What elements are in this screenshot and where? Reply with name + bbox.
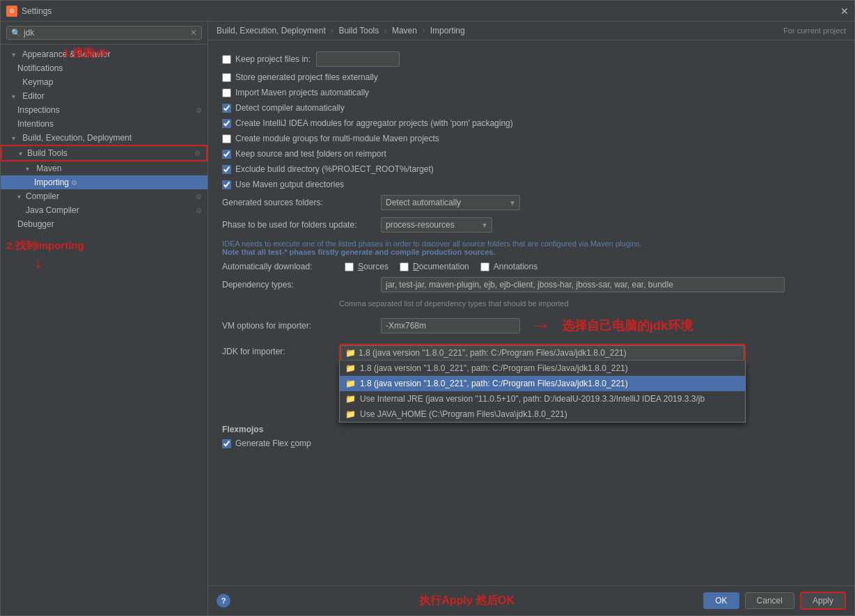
docs-label[interactable]: Documentation — [400, 262, 469, 271]
form-row-vm: VM options for importer: → 选择自己电脑的jdk环境 — [222, 315, 840, 337]
breadcrumb-bar: Build, Execution, Deployment › Build Too… — [208, 22, 854, 40]
detect-compiler-label[interactable]: Detect compiler automatically — [222, 103, 345, 113]
phase-select[interactable]: process-resources generate-sources none — [381, 217, 492, 232]
cancel-button[interactable]: Cancel — [745, 592, 794, 609]
sidebar-item-label: Compiler — [26, 191, 59, 201]
exclude-build-checkbox[interactable] — [222, 165, 231, 174]
sidebar-item-debugger[interactable]: Debugger — [1, 217, 207, 231]
search-clear-icon[interactable]: ✕ — [190, 28, 197, 38]
annotations-checkbox[interactable] — [480, 262, 489, 271]
use-output-text: Use Maven output directories — [235, 180, 344, 189]
keep-source-label[interactable]: Keep source and test folders on reimport — [222, 149, 386, 159]
phase-select-wrap: process-resources generate-sources none … — [381, 217, 492, 232]
form-row-generated-sources: Generated sources folders: Detect automa… — [222, 195, 840, 210]
sidebar-item-label: Keymap — [22, 77, 53, 87]
keep-source-text: Keep source and test folders on reimport — [235, 149, 386, 159]
info-text: IDEA needs to execute one of the listed … — [222, 239, 840, 256]
choose-jdk-arrow: → — [531, 315, 551, 337]
breadcrumb: Build, Execution, Deployment › Build Too… — [217, 26, 465, 35]
flexmojos-label: Flexmojos — [222, 425, 840, 434]
keep-source-checkbox[interactable] — [222, 150, 231, 159]
sources-checkbox[interactable] — [345, 262, 354, 271]
search-input-wrap[interactable]: 🔍 ✕ — [6, 26, 202, 40]
apply-button[interactable]: Apply — [800, 592, 846, 610]
breadcrumb-part3: Maven — [392, 26, 417, 35]
use-output-checkbox[interactable] — [222, 180, 231, 189]
setting-row-use-output: Use Maven output directories — [222, 180, 840, 189]
jdk-selected-text: 1.8 (java version "1.8.0_221", path: C:/… — [359, 348, 627, 358]
jdk-selected-item[interactable]: 📁 1.8 (java version "1.8.0_221", path: C… — [340, 345, 744, 361]
sidebar-item-label: Build, Execution, Deployment — [22, 133, 132, 143]
generate-flex-checkbox[interactable] — [222, 439, 231, 448]
sidebar-item-inspections[interactable]: Inspections ⚙ — [1, 103, 207, 117]
app-icon: ⚙ — [6, 6, 17, 17]
close-button[interactable]: ✕ — [840, 6, 849, 17]
sidebar-item-java-compiler[interactable]: Java Compiler ⚙ — [1, 203, 207, 217]
keep-project-input[interactable] — [316, 52, 400, 67]
store-external-checkbox[interactable] — [222, 73, 231, 82]
annotations-label[interactable]: Annotations — [480, 262, 538, 271]
sidebar-item-keymap[interactable]: ▸ Keymap — [1, 75, 207, 89]
sidebar-item-importing[interactable]: Importing ⚙ — [1, 175, 207, 189]
import-auto-label[interactable]: Import Maven projects automatically — [222, 88, 369, 97]
sidebar-item-label: Importing — [34, 177, 69, 187]
sidebar-item-editor[interactable]: ▾ Editor — [1, 89, 207, 103]
jdk-option-2[interactable]: 📁 1.8 (java version "1.8.0_221", path: C… — [340, 376, 745, 391]
main-content: 1.搜索jdk 🔍 ✕ ▾ Appearance & Behavior Noti… — [1, 22, 854, 615]
generated-sources-select[interactable]: Detect automatically Generated source ro… — [381, 195, 520, 210]
create-groups-checkbox[interactable] — [222, 134, 231, 143]
sidebar-item-maven[interactable]: ▾ Maven — [1, 161, 207, 175]
annotations-text: Annotations — [494, 262, 538, 271]
sidebar-item-intentions[interactable]: Intentions — [1, 117, 207, 131]
search-box: 🔍 ✕ — [1, 22, 207, 45]
keep-project-label[interactable]: Keep project files in: — [222, 54, 311, 64]
arrow-icon: ▾ — [17, 193, 26, 200]
search-icon: 🔍 — [11, 29, 21, 38]
search-input[interactable] — [24, 28, 190, 38]
sidebar-item-build-exec[interactable]: ▾ Build, Execution, Deployment — [1, 131, 207, 145]
settings-icon: ⚙ — [196, 207, 202, 214]
generated-sources-label: Generated sources folders: — [222, 198, 375, 207]
exclude-build-label[interactable]: Exclude build directory (%PROJECT_ROOT%/… — [222, 164, 434, 174]
dep-types-input[interactable] — [381, 277, 785, 292]
sidebar-item-build-tools[interactable]: ▾ Build Tools ⚙ — [1, 145, 207, 161]
form-row-phase: Phase to be used for folders update: pro… — [222, 217, 840, 232]
use-output-label[interactable]: Use Maven output directories — [222, 180, 344, 189]
jdk-option-4[interactable]: 📁 Use JAVA_HOME (C:\Program Files\Java\j… — [340, 406, 745, 422]
ok-button[interactable]: OK — [703, 592, 739, 609]
breadcrumb-sep1: › — [331, 26, 336, 35]
sidebar-item-notifications[interactable]: Notifications — [1, 61, 207, 75]
form-row-dep-types: Dependency types: — [222, 277, 840, 292]
generate-flex-label[interactable]: Generate Flex comp — [222, 439, 311, 448]
sources-label[interactable]: Sources — [345, 262, 389, 271]
store-external-label[interactable]: Store generated project files externally — [222, 72, 378, 82]
vm-input[interactable] — [381, 318, 520, 333]
setting-row-import-auto: Import Maven projects automatically — [222, 88, 840, 97]
generated-sources-select-wrap: Detect automatically Generated source ro… — [381, 195, 520, 210]
auto-download-row: Automatically download: Sources Document… — [222, 262, 840, 271]
keep-project-checkbox[interactable] — [222, 55, 231, 64]
folder-icon: 📁 — [345, 363, 356, 373]
help-button[interactable]: ? — [217, 594, 230, 608]
sidebar-item-compiler[interactable]: ▾ Compiler ⚙ — [1, 189, 207, 203]
sidebar-item-appearance[interactable]: ▾ Appearance & Behavior — [1, 47, 207, 61]
settings-area: Keep project files in: Store generated p… — [208, 40, 854, 585]
detect-compiler-checkbox[interactable] — [222, 104, 231, 113]
breadcrumb-part1: Build, Execution, Deployment — [217, 26, 326, 35]
sidebar-item-label: Appearance & Behavior — [22, 49, 111, 59]
jdk-row: JDK for importer: 📁 1.8 (java version "1… — [222, 344, 840, 362]
create-groups-label[interactable]: Create module groups for multi-module Ma… — [222, 134, 439, 143]
create-modules-checkbox[interactable] — [222, 119, 231, 128]
flexmojos-section: Flexmojos Generate Flex comp — [222, 425, 840, 448]
execute-text: 执行Apply 然后OK — [419, 594, 515, 608]
settings-icon: ⚙ — [194, 150, 201, 157]
setting-row-exclude-build: Exclude build directory (%PROJECT_ROOT%/… — [222, 164, 840, 174]
create-modules-label[interactable]: Create IntelliJ IDEA modules for aggrega… — [222, 118, 513, 128]
import-auto-checkbox[interactable] — [222, 88, 231, 97]
jdk-option-1[interactable]: 📁 1.8 (java version "1.8.0_221", path: C… — [340, 361, 745, 376]
jdk-option-3[interactable]: 📁 Use Internal JRE (java version "11.0.5… — [340, 391, 745, 406]
docs-checkbox[interactable] — [400, 262, 409, 271]
jdk-folder-icon: 📁 — [345, 348, 356, 358]
exclude-build-text: Exclude build directory (%PROJECT_ROOT%/… — [235, 164, 434, 174]
dep-types-help: Comma separated list of dependency types… — [222, 299, 840, 308]
